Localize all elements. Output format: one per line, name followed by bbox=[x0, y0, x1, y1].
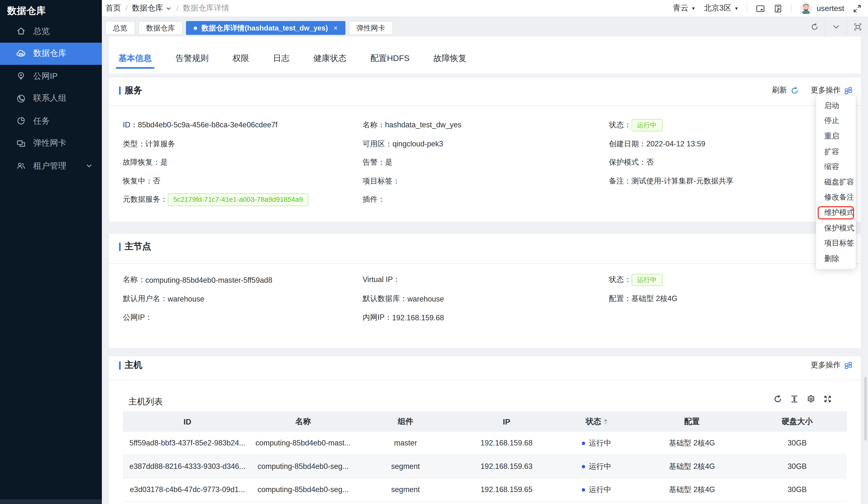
tab-permissions[interactable]: 权限 bbox=[232, 53, 249, 72]
col-header-status[interactable]: 状态 bbox=[556, 411, 637, 432]
tab-data-warehouse[interactable]: 数据仓库 bbox=[138, 21, 183, 35]
section-tabs: 基本信息 告警规则 权限 日志 健康状态 配置HDFS 故障恢复 bbox=[109, 36, 861, 74]
refresh-tab-icon[interactable] bbox=[804, 22, 825, 31]
title-bar-accent bbox=[119, 86, 121, 94]
host-row[interactable]: 5ff59ad8-bbf3-437f-85e2-983b24... comput… bbox=[123, 432, 847, 455]
expand-arrows-icon[interactable] bbox=[823, 394, 832, 403]
field-label: 默认用户名： bbox=[123, 294, 168, 304]
field-label: 告警： bbox=[363, 158, 385, 168]
gear-icon[interactable] bbox=[806, 394, 815, 403]
menu-item-start[interactable]: 启动 bbox=[816, 98, 856, 113]
app-window: 数据仓库 总览 数据仓库 公网IP 联系人组 任务 bbox=[0, 0, 868, 504]
sidebar-item-label: 公网IP bbox=[33, 71, 58, 81]
tab-health[interactable]: 健康状态 bbox=[313, 53, 347, 72]
host-component: segment bbox=[354, 478, 457, 501]
col-header-disk: 硬盘大小 bbox=[747, 411, 847, 432]
breadcrumb-home[interactable]: 首页 bbox=[105, 3, 121, 13]
col-header-id: ID bbox=[123, 411, 252, 432]
tab-warehouse-detail[interactable]: 数据仓库详情(hashdata_test_dw_yes) × bbox=[186, 21, 345, 35]
status-dot bbox=[582, 441, 585, 445]
menu-item-scale-in[interactable]: 缩容 bbox=[816, 159, 856, 175]
sort-carets[interactable] bbox=[604, 419, 607, 424]
metadata-service-tag[interactable]: 5c2179fd-71c7-41e1-a003-78a9d91854a9 bbox=[168, 193, 309, 206]
tab-overview[interactable]: 总览 bbox=[105, 21, 135, 35]
host-row[interactable]: e387dd88-8216-4333-9303-d346... computin… bbox=[123, 455, 847, 478]
title-bar-accent bbox=[119, 242, 121, 251]
host-status: 运行中 bbox=[556, 432, 637, 455]
sidebar-item-public-ip[interactable]: 公网IP bbox=[0, 65, 102, 87]
console-selector[interactable]: 青云▼ bbox=[673, 3, 695, 13]
sidebar-item-tenant-management[interactable]: 租户管理 bbox=[0, 155, 102, 177]
menu-item-restart[interactable]: 重启 bbox=[816, 129, 856, 144]
sidebar-item-data-warehouse[interactable]: 数据仓库 bbox=[0, 42, 102, 65]
field-label: 类型： bbox=[123, 139, 145, 149]
status-dot bbox=[582, 465, 585, 468]
field-value: computing-85bd4eb0-master-5ff59ad8 bbox=[145, 276, 272, 284]
tab-logs[interactable]: 日志 bbox=[273, 53, 289, 72]
host-component: segment bbox=[354, 455, 457, 478]
field-row: 创建日期：2022-04-12 13:59 bbox=[609, 135, 733, 153]
scrollbar-thumb[interactable] bbox=[864, 377, 867, 441]
billing-icon[interactable] bbox=[756, 4, 765, 13]
tab-hdfs-config[interactable]: 配置HDFS bbox=[370, 53, 410, 72]
caret-down-icon: ▼ bbox=[734, 6, 738, 11]
divider bbox=[109, 263, 861, 263]
master-column-2: Virtual IP： 默认数据库：warehouse 内网IP：192.168… bbox=[363, 271, 444, 327]
menu-item-scale-out[interactable]: 扩容 bbox=[816, 144, 856, 159]
field-value: 192.168.159.68 bbox=[392, 313, 444, 322]
region-selector[interactable]: 北京3区▼ bbox=[704, 3, 738, 13]
host-disk: 30GB bbox=[747, 478, 847, 501]
breadcrumb-section[interactable]: 数据仓库 bbox=[132, 3, 163, 13]
menu-item-project-label[interactable]: 项目标签 bbox=[816, 236, 856, 251]
top-bar: 首页 / 数据仓库 / 数据仓库详情 青云▼ 北京3区▼ usertest bbox=[102, 0, 868, 17]
more-actions-button[interactable]: 更多操作 bbox=[811, 85, 852, 95]
refresh-icon[interactable] bbox=[773, 394, 782, 403]
host-row[interactable]: e3d03178-c4b6-47dc-9773-09d1... computin… bbox=[123, 478, 847, 501]
menu-item-stop[interactable]: 停止 bbox=[816, 113, 856, 129]
expand-icon[interactable] bbox=[852, 4, 862, 13]
sidebar-item-tasks[interactable]: 任务 bbox=[0, 110, 102, 132]
close-icon[interactable]: × bbox=[333, 24, 338, 32]
host-id: e3d03178-c4b6-47dc-9773-09d1... bbox=[123, 478, 252, 501]
open-tabs: 总览 数据仓库 数据仓库详情(hashdata_test_dw_yes) × 弹… bbox=[102, 17, 393, 35]
sidebar-collapse-bar[interactable] bbox=[0, 499, 102, 504]
field-row: Virtual IP： bbox=[363, 271, 444, 289]
tenant-icon bbox=[16, 161, 26, 171]
fullscreen-icon[interactable] bbox=[847, 22, 868, 31]
tabs-chevron-down-icon[interactable] bbox=[825, 22, 846, 31]
sidebar-item-overview[interactable]: 总览 bbox=[0, 20, 102, 42]
menu-item-protection-mode[interactable]: 保护模式 bbox=[816, 221, 856, 236]
more-actions-button[interactable]: 更多操作 bbox=[811, 360, 852, 370]
menu-item-edit-remark[interactable]: 修改备注 bbox=[816, 190, 856, 205]
ticket-icon[interactable] bbox=[774, 4, 783, 13]
tab-alert-rules[interactable]: 告警规则 bbox=[175, 53, 209, 72]
menu-item-disk-expand[interactable]: 磁盘扩容 bbox=[816, 175, 856, 190]
refresh-icon bbox=[790, 86, 798, 94]
sidebar-item-contact-groups[interactable]: 联系人组 bbox=[0, 87, 102, 110]
refresh-button[interactable]: 刷新 bbox=[772, 85, 798, 95]
field-label: 名称： bbox=[363, 120, 385, 130]
field-label: ID： bbox=[123, 120, 138, 130]
tab-basic-info[interactable]: 基本信息 bbox=[118, 53, 152, 72]
divider bbox=[791, 4, 792, 12]
top-bar-right: 青云▼ 北京3区▼ usertest bbox=[673, 2, 868, 14]
user-menu[interactable]: usertest bbox=[800, 2, 844, 14]
tab-nic[interactable]: 弹性网卡 bbox=[349, 21, 393, 35]
host-list-title: 主机列表 bbox=[128, 396, 163, 408]
row-height-icon[interactable] bbox=[790, 394, 798, 403]
menu-item-delete[interactable]: 删除 bbox=[816, 251, 856, 266]
divider bbox=[109, 105, 861, 106]
sidebar-item-nic[interactable]: 弹性网卡 bbox=[0, 132, 102, 155]
field-label: 恢复中： bbox=[123, 176, 153, 186]
tabs-toolbar bbox=[804, 17, 868, 36]
host-status: 运行中 bbox=[556, 478, 637, 501]
host-config: 基础型 2核4G bbox=[637, 455, 747, 478]
field-row: 公网IP： bbox=[123, 308, 272, 327]
col-header-component: 组件 bbox=[354, 411, 457, 432]
active-dot bbox=[194, 26, 197, 30]
username: usertest bbox=[817, 4, 844, 13]
menu-item-maintenance-mode[interactable]: 维护模式 bbox=[816, 205, 856, 221]
chevron-down-icon[interactable] bbox=[166, 6, 172, 11]
section-title: 服务 bbox=[125, 84, 142, 96]
tab-failover[interactable]: 故障恢复 bbox=[433, 53, 466, 72]
